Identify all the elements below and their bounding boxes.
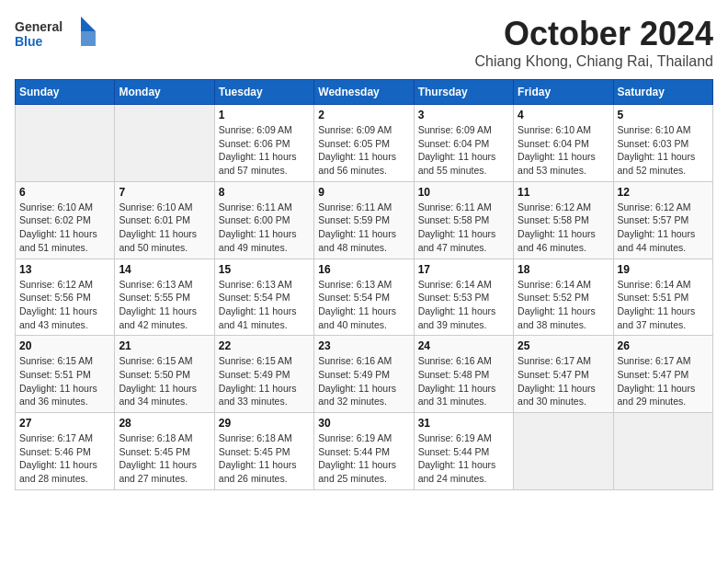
- calendar-cell: 17Sunrise: 6:14 AMSunset: 5:53 PMDayligh…: [414, 259, 513, 336]
- calendar-table: SundayMondayTuesdayWednesdayThursdayFrid…: [15, 79, 713, 490]
- day-number: 6: [19, 186, 110, 199]
- day-info: Sunrise: 6:17 AMSunset: 5:47 PMDaylight:…: [518, 354, 609, 408]
- day-number: 9: [318, 186, 409, 199]
- day-info: Sunrise: 6:14 AMSunset: 5:53 PMDaylight:…: [418, 278, 509, 332]
- calendar-cell: 18Sunrise: 6:14 AMSunset: 5:52 PMDayligh…: [514, 259, 613, 336]
- calendar-cell: 15Sunrise: 6:13 AMSunset: 5:54 PMDayligh…: [214, 259, 313, 336]
- day-info: Sunrise: 6:13 AMSunset: 5:54 PMDaylight:…: [219, 278, 310, 332]
- calendar-cell: 27Sunrise: 6:17 AMSunset: 5:46 PMDayligh…: [16, 413, 115, 490]
- logo: General Blue: [15, 15, 97, 56]
- col-header-thursday: Thursday: [414, 80, 513, 105]
- day-number: 24: [418, 339, 509, 352]
- calendar-cell: 30Sunrise: 6:19 AMSunset: 5:44 PMDayligh…: [314, 413, 414, 490]
- day-info: Sunrise: 6:12 AMSunset: 5:57 PMDaylight:…: [618, 201, 709, 255]
- day-info: Sunrise: 6:19 AMSunset: 5:44 PMDaylight:…: [318, 431, 409, 486]
- day-number: 23: [318, 339, 409, 352]
- calendar-cell: [613, 413, 712, 490]
- day-number: 28: [119, 417, 210, 430]
- day-number: 2: [318, 109, 409, 121]
- day-number: 12: [618, 186, 709, 199]
- col-header-wednesday: Wednesday: [314, 80, 414, 105]
- day-number: 22: [219, 339, 310, 352]
- page-title: October 2024: [475, 15, 713, 53]
- calendar-cell: 26Sunrise: 6:17 AMSunset: 5:47 PMDayligh…: [613, 336, 712, 413]
- calendar-cell: 10Sunrise: 6:11 AMSunset: 5:58 PMDayligh…: [414, 181, 513, 259]
- day-info: Sunrise: 6:10 AMSunset: 6:01 PMDaylight:…: [119, 201, 210, 255]
- calendar-cell: 7Sunrise: 6:10 AMSunset: 6:01 PMDaylight…: [115, 181, 214, 259]
- day-number: 5: [618, 109, 709, 121]
- calendar-cell: 22Sunrise: 6:15 AMSunset: 5:49 PMDayligh…: [214, 336, 313, 413]
- day-number: 19: [618, 263, 709, 276]
- day-number: 16: [318, 263, 409, 276]
- calendar-cell: [16, 105, 115, 182]
- day-info: Sunrise: 6:10 AMSunset: 6:04 PMDaylight:…: [518, 123, 609, 178]
- col-header-sunday: Sunday: [16, 80, 115, 105]
- day-info: Sunrise: 6:14 AMSunset: 5:51 PMDaylight:…: [618, 278, 709, 332]
- day-number: 13: [19, 263, 110, 276]
- calendar-cell: [115, 105, 214, 182]
- day-info: Sunrise: 6:15 AMSunset: 5:51 PMDaylight:…: [19, 354, 110, 408]
- day-number: 15: [219, 263, 310, 276]
- day-number: 29: [219, 417, 310, 430]
- day-info: Sunrise: 6:12 AMSunset: 5:56 PMDaylight:…: [19, 278, 110, 332]
- day-info: Sunrise: 6:17 AMSunset: 5:47 PMDaylight:…: [618, 354, 709, 408]
- day-info: Sunrise: 6:13 AMSunset: 5:55 PMDaylight:…: [119, 278, 210, 332]
- calendar-cell: 4Sunrise: 6:10 AMSunset: 6:04 PMDaylight…: [514, 105, 613, 182]
- calendar-cell: 24Sunrise: 6:16 AMSunset: 5:48 PMDayligh…: [414, 336, 513, 413]
- day-info: Sunrise: 6:18 AMSunset: 5:45 PMDaylight:…: [219, 431, 310, 486]
- title-block: October 2024 Chiang Khong, Chiang Rai, T…: [475, 15, 713, 70]
- calendar-cell: 9Sunrise: 6:11 AMSunset: 5:59 PMDaylight…: [314, 181, 414, 259]
- calendar-cell: 2Sunrise: 6:09 AMSunset: 6:05 PMDaylight…: [314, 105, 414, 182]
- day-number: 26: [618, 339, 709, 352]
- day-info: Sunrise: 6:16 AMSunset: 5:48 PMDaylight:…: [418, 354, 509, 408]
- page-subtitle: Chiang Khong, Chiang Rai, Thailand: [475, 53, 713, 70]
- day-info: Sunrise: 6:19 AMSunset: 5:44 PMDaylight:…: [418, 431, 509, 486]
- day-number: 17: [418, 263, 509, 276]
- day-number: 27: [19, 417, 110, 430]
- calendar-cell: 13Sunrise: 6:12 AMSunset: 5:56 PMDayligh…: [16, 259, 115, 336]
- day-info: Sunrise: 6:16 AMSunset: 5:49 PMDaylight:…: [318, 354, 409, 408]
- col-header-saturday: Saturday: [613, 80, 712, 105]
- day-number: 4: [518, 109, 609, 121]
- day-info: Sunrise: 6:15 AMSunset: 5:49 PMDaylight:…: [219, 354, 310, 408]
- day-info: Sunrise: 6:11 AMSunset: 6:00 PMDaylight:…: [219, 201, 310, 255]
- day-info: Sunrise: 6:10 AMSunset: 6:03 PMDaylight:…: [618, 123, 709, 178]
- page-header: General Blue October 2024 Chiang Khong, …: [15, 15, 713, 70]
- day-info: Sunrise: 6:09 AMSunset: 6:05 PMDaylight:…: [318, 123, 409, 178]
- calendar-cell: 19Sunrise: 6:14 AMSunset: 5:51 PMDayligh…: [613, 259, 712, 336]
- day-info: Sunrise: 6:12 AMSunset: 5:58 PMDaylight:…: [518, 201, 609, 255]
- day-info: Sunrise: 6:14 AMSunset: 5:52 PMDaylight:…: [518, 278, 609, 332]
- day-number: 7: [119, 186, 210, 199]
- svg-marker-3: [81, 31, 96, 46]
- day-number: 3: [418, 109, 509, 121]
- calendar-cell: 25Sunrise: 6:17 AMSunset: 5:47 PMDayligh…: [514, 336, 613, 413]
- col-header-friday: Friday: [514, 80, 613, 105]
- calendar-cell: 21Sunrise: 6:15 AMSunset: 5:50 PMDayligh…: [115, 336, 214, 413]
- day-info: Sunrise: 6:11 AMSunset: 5:59 PMDaylight:…: [318, 201, 409, 255]
- svg-marker-2: [81, 17, 96, 31]
- day-info: Sunrise: 6:17 AMSunset: 5:46 PMDaylight:…: [19, 431, 110, 486]
- day-number: 11: [518, 186, 609, 199]
- day-info: Sunrise: 6:15 AMSunset: 5:50 PMDaylight:…: [119, 354, 210, 408]
- day-number: 21: [119, 339, 210, 352]
- day-info: Sunrise: 6:09 AMSunset: 6:06 PMDaylight:…: [219, 123, 310, 178]
- day-number: 20: [19, 339, 110, 352]
- calendar-cell: 12Sunrise: 6:12 AMSunset: 5:57 PMDayligh…: [613, 181, 712, 259]
- day-number: 1: [219, 109, 310, 121]
- col-header-tuesday: Tuesday: [214, 80, 313, 105]
- day-info: Sunrise: 6:09 AMSunset: 6:04 PMDaylight:…: [418, 123, 509, 178]
- day-info: Sunrise: 6:11 AMSunset: 5:58 PMDaylight:…: [418, 201, 509, 255]
- calendar-cell: 31Sunrise: 6:19 AMSunset: 5:44 PMDayligh…: [414, 413, 513, 490]
- calendar-cell: 3Sunrise: 6:09 AMSunset: 6:04 PMDaylight…: [414, 105, 513, 182]
- calendar-cell: 20Sunrise: 6:15 AMSunset: 5:51 PMDayligh…: [16, 336, 115, 413]
- calendar-cell: 11Sunrise: 6:12 AMSunset: 5:58 PMDayligh…: [514, 181, 613, 259]
- day-info: Sunrise: 6:18 AMSunset: 5:45 PMDaylight:…: [119, 431, 210, 486]
- day-number: 18: [518, 263, 609, 276]
- day-number: 31: [418, 417, 509, 430]
- calendar-cell: 14Sunrise: 6:13 AMSunset: 5:55 PMDayligh…: [115, 259, 214, 336]
- day-number: 25: [518, 339, 609, 352]
- svg-text:Blue: Blue: [15, 34, 43, 49]
- day-number: 30: [318, 417, 409, 430]
- calendar-cell: 23Sunrise: 6:16 AMSunset: 5:49 PMDayligh…: [314, 336, 414, 413]
- calendar-cell: 29Sunrise: 6:18 AMSunset: 5:45 PMDayligh…: [214, 413, 313, 490]
